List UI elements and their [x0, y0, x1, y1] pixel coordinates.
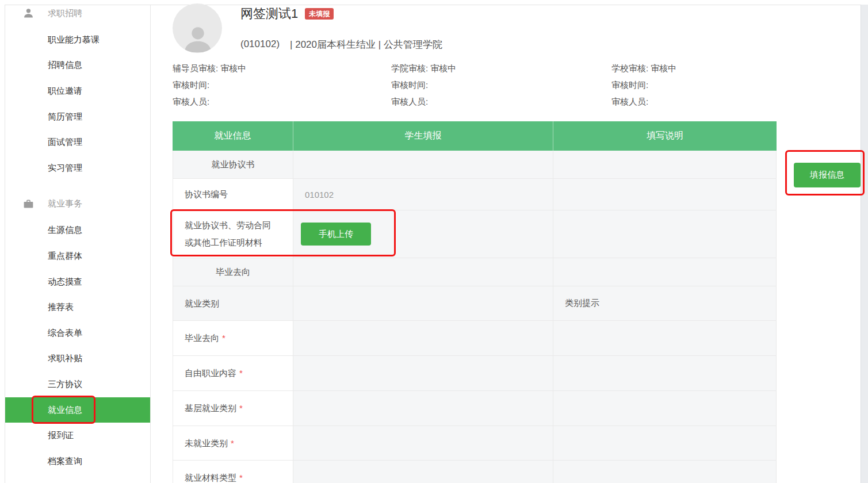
- page: 求职招聘职业能力慕课招聘信息职位邀请简历管理面试管理实习管理就业事务生源信息重点…: [0, 0, 868, 483]
- student-entry-cell: [293, 258, 553, 286]
- student-code: (010102): [240, 39, 280, 50]
- field-label: 就业协议书: [212, 156, 255, 173]
- note-cell: 类别提示: [553, 286, 777, 321]
- field-label-cell: 未就业类别*: [173, 426, 293, 461]
- sidebar-item[interactable]: 就业信息: [5, 397, 150, 423]
- main-content: 网签测试1 未填报 (010102) | 2020届本科生结业 | 公共管理学院…: [151, 5, 861, 483]
- sidebar-item-label: 生源信息: [48, 225, 82, 236]
- table-row: 就业材料类型*: [173, 461, 777, 483]
- sidebar-item-label: 面试管理: [48, 137, 82, 148]
- audit-line: 审核时间:: [173, 76, 246, 93]
- sidebar-item[interactable]: 推荐表: [5, 294, 150, 320]
- audit-column: 学校审核: 审核中审核时间:审核人员:: [611, 60, 676, 110]
- table-row: 自由职业内容*: [173, 356, 777, 391]
- field-label: 就业类别: [185, 295, 219, 312]
- sidebar-item[interactable]: 动态摸查: [5, 269, 150, 295]
- field-label: 毕业去向: [185, 329, 219, 347]
- person-silhouette-icon: [181, 22, 215, 53]
- student-entry-cell: [293, 286, 553, 321]
- table-row: 就业协议书、劳动合同或其他工作证明材料手机上传: [173, 210, 777, 258]
- sidebar-item[interactable]: 求职补贴: [5, 346, 150, 372]
- sidebar-item[interactable]: 职位邀请: [5, 78, 150, 104]
- audit-line: 审核人员:: [173, 93, 246, 110]
- note-cell: [553, 151, 777, 179]
- audit-line: 审核时间:: [391, 76, 456, 93]
- report-info-button[interactable]: 填报信息: [794, 163, 861, 187]
- sidebar-item[interactable]: 重点群体: [5, 243, 150, 269]
- field-label: 基层就业类别: [185, 400, 236, 417]
- note-cell: [553, 426, 777, 461]
- required-asterisk: *: [239, 469, 243, 483]
- sidebar-item[interactable]: 生源信息: [5, 218, 150, 244]
- table-header-cell: 填写说明: [553, 121, 777, 151]
- sidebar-item-label: 实习管理: [48, 163, 82, 174]
- scrollbar-track[interactable]: [861, 5, 868, 483]
- sidebar-item[interactable]: 简历管理: [5, 104, 150, 130]
- sidebar-item-label: 三方协议: [48, 379, 82, 390]
- audit-column: 辅导员审核: 审核中审核时间:审核人员:: [173, 60, 246, 110]
- mobile-upload-button[interactable]: 手机上传: [301, 223, 371, 246]
- sidebar-item[interactable]: 综合表单: [5, 320, 150, 346]
- table-header-row: 就业信息学生填报填写说明: [173, 121, 777, 151]
- table-row: 未就业类别*: [173, 426, 777, 461]
- field-label: 自由职业内容: [185, 365, 236, 382]
- sidebar-group-label: 就业事务: [48, 198, 82, 209]
- status-badge: 未填报: [305, 8, 334, 20]
- table-row: 毕业去向: [173, 258, 777, 286]
- student-meta: | 2020届本科生结业 | 公共管理学院: [290, 38, 442, 51]
- note-cell: [553, 356, 777, 391]
- table-row: 就业协议书: [173, 151, 777, 179]
- field-label-cell: 就业协议书、劳动合同或其他工作证明材料: [173, 210, 293, 258]
- audit-column: 学院审核: 审核中审核时间:审核人员:: [391, 60, 456, 110]
- sidebar-item-label: 动态摸查: [48, 277, 82, 288]
- avatar: [173, 3, 222, 53]
- field-label: 就业材料类型: [185, 469, 236, 483]
- required-asterisk: *: [239, 365, 243, 382]
- sidebar-item-label: 重点群体: [48, 251, 82, 262]
- app-frame: 求职招聘职业能力慕课招聘信息职位邀请简历管理面试管理实习管理就业事务生源信息重点…: [5, 5, 861, 483]
- field-label: 毕业去向: [216, 263, 250, 281]
- field-label-cell: 自由职业内容*: [173, 356, 293, 391]
- sidebar-item-label: 就业信息: [48, 405, 82, 416]
- student-entry-cell: [293, 461, 553, 483]
- field-label: 协议书编号: [185, 186, 228, 203]
- sidebar-item-label: 职业能力慕课: [48, 34, 100, 45]
- field-label-cell: 协议书编号: [173, 179, 293, 210]
- sidebar-item-label: 职位邀请: [48, 86, 82, 97]
- sidebar-item-label: 报到证: [48, 430, 74, 441]
- sidebar: 求职招聘职业能力慕课招聘信息职位邀请简历管理面试管理实习管理就业事务生源信息重点…: [5, 5, 151, 483]
- sidebar-item-label: 简历管理: [48, 112, 82, 122]
- student-name: 网签测试1: [240, 5, 298, 22]
- sidebar-item-label: 档案查询: [48, 456, 82, 467]
- table-row: 就业类别类别提示: [173, 286, 777, 321]
- audit-line: 学校审核: 审核中: [611, 60, 676, 76]
- table-row: 协议书编号010102: [173, 179, 777, 210]
- field-value: 010102: [293, 190, 334, 200]
- sidebar-item[interactable]: 三方协议: [5, 371, 150, 397]
- note-cell: [553, 321, 777, 356]
- note-cell: [553, 391, 777, 426]
- sidebar-item[interactable]: 报到证: [5, 423, 150, 448]
- field-label-cell: 毕业去向: [173, 258, 293, 286]
- audit-line: 审核人员:: [391, 93, 456, 110]
- required-asterisk: *: [231, 435, 234, 452]
- field-label-cell: 就业材料类型*: [173, 461, 293, 483]
- field-label-cell: 就业类别: [173, 286, 293, 321]
- note-text: 类别提示: [553, 298, 599, 309]
- audit-line: 审核时间:: [611, 76, 676, 93]
- sidebar-item[interactable]: 档案查询: [5, 448, 150, 474]
- sidebar-group-title: 求职招聘: [5, 5, 150, 21]
- table-header-cell: 就业信息: [173, 121, 293, 151]
- sidebar-item[interactable]: 实习管理: [5, 155, 150, 181]
- field-label: 就业协议书、劳动合同或其他工作证明材料: [185, 217, 277, 251]
- sidebar-item[interactable]: 职业能力慕课: [5, 27, 150, 53]
- sidebar-item[interactable]: 面试管理: [5, 129, 150, 155]
- sidebar-item-label: 综合表单: [48, 328, 82, 339]
- sidebar-group-title: 就业事务: [5, 196, 150, 212]
- audit-status-section: 辅导员审核: 审核中审核时间:审核人员:学院审核: 审核中审核时间:审核人员:学…: [173, 60, 805, 114]
- table-row: 基层就业类别*: [173, 391, 777, 426]
- note-cell: [553, 179, 777, 210]
- table-row: 毕业去向*: [173, 321, 777, 356]
- sidebar-item[interactable]: 招聘信息: [5, 53, 150, 79]
- student-entry-cell: 手机上传: [293, 210, 553, 258]
